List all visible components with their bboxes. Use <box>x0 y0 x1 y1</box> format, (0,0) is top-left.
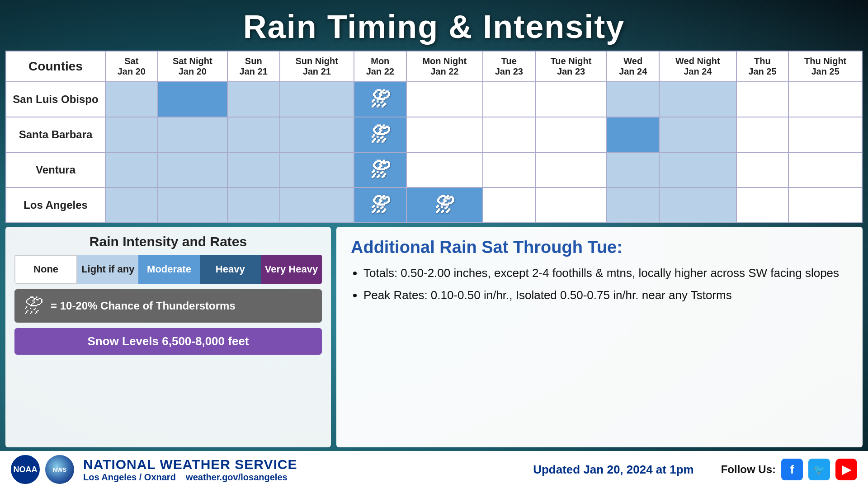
legend-box: Rain Intensity and Rates None Light if a… <box>5 227 331 447</box>
intensity-light: Light if any <box>77 255 138 284</box>
col-sunnight-jan21: Sun NightJan 21 <box>280 51 354 82</box>
data-cell <box>736 82 789 117</box>
footer-follow: Follow Us: f 🐦 ▶ <box>721 459 857 480</box>
col-monnight-jan22: Mon NightJan 22 <box>406 51 483 82</box>
data-cell: ⛈ <box>354 188 406 223</box>
data-cell <box>158 117 227 152</box>
col-sun-jan21: SunJan 21 <box>227 51 280 82</box>
thunder-cell-icon: ⛈ <box>370 123 390 146</box>
data-cell <box>788 188 862 223</box>
data-cell <box>607 82 659 117</box>
intensity-none: None <box>14 255 77 284</box>
col-tuenight-jan23: Tue NightJan 23 <box>535 51 607 82</box>
data-cell <box>483 188 535 223</box>
footer-agency: NATIONAL WEATHER SERVICE Los Angeles / O… <box>83 457 297 483</box>
data-cell <box>736 188 789 223</box>
data-cell <box>105 188 158 223</box>
data-cell <box>483 152 535 188</box>
thunder-legend: ⛈ = 10-20% Chance of Thunderstorms <box>14 289 322 323</box>
data-cell <box>280 82 354 117</box>
footer-logos: NOAA NWS <box>11 455 74 484</box>
legend-title: Rain Intensity and Rates <box>14 234 322 249</box>
data-cell <box>227 82 280 117</box>
data-cell <box>406 152 483 188</box>
county-name-cell: Santa Barbara <box>6 117 105 152</box>
intensity-moderate: Moderate <box>138 255 199 284</box>
data-cell <box>535 117 607 152</box>
data-cell <box>227 152 280 188</box>
thunder-legend-text: = 10-20% Chance of Thunderstorms <box>51 300 236 312</box>
data-cell <box>483 82 535 117</box>
col-mon-jan22: MonJan 22 <box>354 51 406 82</box>
data-cell <box>406 82 483 117</box>
col-thu-jan25: ThuJan 25 <box>736 51 789 82</box>
agency-name: NATIONAL WEATHER SERVICE <box>83 457 297 472</box>
data-cell <box>280 188 354 223</box>
facebook-icon[interactable]: f <box>781 459 803 480</box>
data-cell <box>607 152 659 188</box>
data-cell <box>535 82 607 117</box>
follow-label: Follow Us: <box>721 463 776 476</box>
data-cell <box>788 117 862 152</box>
col-thunight-jan25: Thu NightJan 25 <box>788 51 862 82</box>
info-bullet-2: Peak Rates: 0.10-0.50 in/hr., Isolated 0… <box>363 287 848 303</box>
thunder-cell-icon: ⛈ <box>370 88 390 111</box>
bottom-section: Rain Intensity and Rates None Light if a… <box>5 227 863 447</box>
data-cell <box>158 82 227 117</box>
table-row: Santa Barbara⛈ <box>6 117 862 152</box>
data-cell <box>158 188 227 223</box>
data-cell <box>736 117 789 152</box>
data-cell: ⛈ <box>354 82 406 117</box>
county-name-cell: Ventura <box>6 152 105 188</box>
data-cell <box>105 117 158 152</box>
table-row: Los Angeles⛈⛈ <box>6 188 862 223</box>
table-row: San Luis Obispo⛈ <box>6 82 862 117</box>
info-box: Additional Rain Sat Through Tue: Totals:… <box>336 227 863 447</box>
thunder-legend-icon: ⛈ <box>24 295 43 317</box>
data-cell <box>105 82 158 117</box>
data-cell <box>483 117 535 152</box>
noaa-logo: NOAA <box>11 455 40 484</box>
footer: NOAA NWS NATIONAL WEATHER SERVICE Los An… <box>0 451 868 488</box>
nws-logo: NWS <box>45 455 74 484</box>
thunder-cell-icon: ⛈ <box>434 194 454 216</box>
data-cell <box>280 117 354 152</box>
data-cell <box>535 188 607 223</box>
info-list: Totals: 0.50-2.00 inches, except 2-4 foo… <box>351 265 848 303</box>
data-cell <box>659 82 736 117</box>
data-cell <box>535 152 607 188</box>
data-cell <box>607 188 659 223</box>
data-cell <box>788 82 862 117</box>
data-cell <box>659 152 736 188</box>
col-satnight-jan20: Sat NightJan 20 <box>158 51 227 82</box>
page-title: Rain Timing & Intensity <box>0 8 868 45</box>
data-cell <box>158 152 227 188</box>
footer-updated: Updated Jan 20, 2024 at 1pm <box>533 463 693 477</box>
title-bar: Rain Timing & Intensity <box>0 0 868 51</box>
data-cell <box>659 117 736 152</box>
col-wednight-jan24: Wed NightJan 24 <box>659 51 736 82</box>
data-cell <box>105 152 158 188</box>
table-row: Ventura⛈ <box>6 152 862 188</box>
thunder-cell-icon: ⛈ <box>370 159 390 181</box>
col-sat-jan20: SatJan 20 <box>105 51 158 82</box>
col-wed-jan24: WedJan 24 <box>607 51 659 82</box>
data-cell <box>607 117 659 152</box>
twitter-icon[interactable]: 🐦 <box>808 459 830 480</box>
agency-sub: Los Angeles / Oxnard weather.gov/losange… <box>83 472 297 483</box>
intensity-veryheavy: Very Heavy <box>261 255 322 284</box>
data-cell <box>227 188 280 223</box>
data-cell: ⛈ <box>354 152 406 188</box>
snow-level: Snow Levels 6,500-8,000 feet <box>14 328 322 355</box>
data-cell <box>736 152 789 188</box>
data-cell <box>406 117 483 152</box>
county-header: Counties <box>6 51 105 82</box>
data-cell <box>280 152 354 188</box>
data-cell <box>788 152 862 188</box>
main-table-section: Counties SatJan 20 Sat NightJan 20 SunJa… <box>5 51 863 223</box>
youtube-icon[interactable]: ▶ <box>835 459 857 480</box>
intensity-bar: None Light if any Moderate Heavy Very He… <box>14 255 322 284</box>
data-cell: ⛈ <box>406 188 483 223</box>
data-cell: ⛈ <box>354 117 406 152</box>
intensity-heavy: Heavy <box>200 255 261 284</box>
